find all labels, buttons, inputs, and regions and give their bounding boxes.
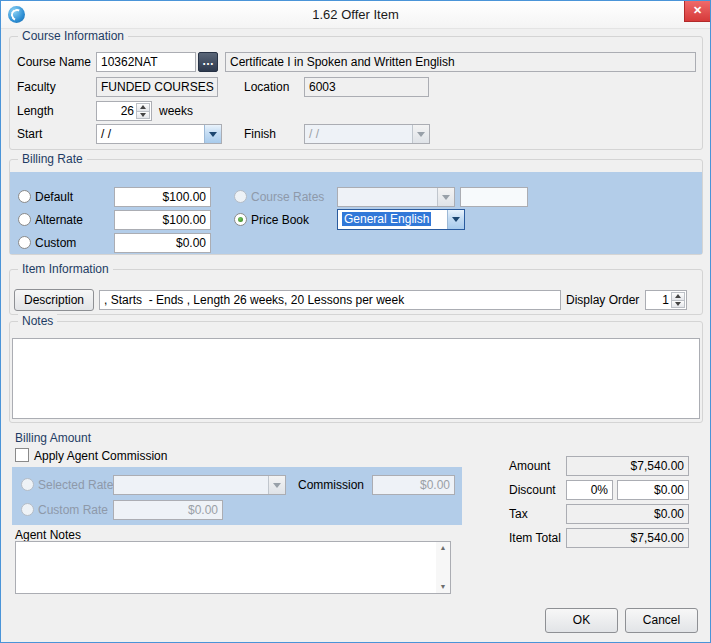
alternate-rate-label: Alternate <box>35 213 83 227</box>
item-information-legend: Item Information <box>18 262 113 276</box>
custom-rate-field[interactable]: $0.00 <box>114 233 211 253</box>
course-information-legend: Course Information <box>18 29 128 43</box>
selected-rate-dropdown <box>113 475 286 495</box>
scroll-down-icon[interactable]: ▼ <box>440 583 447 591</box>
dropdown-arrow-icon <box>204 125 221 143</box>
default-rate-label: Default <box>35 190 73 204</box>
alternate-rate-radio[interactable] <box>18 213 31 226</box>
faculty-field: FUNDED COURSES <box>96 77 218 97</box>
cancel-button[interactable]: Cancel <box>625 608 698 633</box>
dropdown-arrow-icon <box>447 210 464 229</box>
dropdown-arrow-icon <box>268 476 285 494</box>
notes-legend: Notes <box>18 314 57 328</box>
length-spin-buttons <box>136 103 150 119</box>
tax-field: $0.00 <box>566 504 689 524</box>
commission-label: Commission <box>298 478 364 492</box>
price-book-radio[interactable] <box>234 213 247 226</box>
dropdown-arrow-icon <box>437 188 454 206</box>
course-browse-button[interactable]: … <box>198 52 218 72</box>
price-book-label: Price Book <box>251 213 309 227</box>
spin-down-icon[interactable] <box>136 111 150 120</box>
length-label: Length <box>17 104 54 118</box>
commission-field: $0.00 <box>372 475 455 495</box>
default-rate-field[interactable]: $100.00 <box>114 187 211 207</box>
finish-date-dropdown: / / <box>304 124 430 144</box>
amount-field: $7,540.00 <box>566 456 689 476</box>
offer-item-dialog: 1.62 Offer Item ✕ Course Information Cou… <box>0 0 711 643</box>
start-date-value: / / <box>101 127 111 141</box>
agent-custom-rate-radio <box>21 503 34 516</box>
discount-label: Discount <box>509 483 556 497</box>
app-logo-icon <box>8 6 25 23</box>
length-value: 26 <box>121 104 134 119</box>
billing-rate-legend: Billing Rate <box>18 152 87 166</box>
finish-date-value: / / <box>309 127 319 141</box>
location-field: 6003 <box>304 77 429 97</box>
agent-notes-textarea[interactable]: ▲ ▼ <box>15 541 451 594</box>
finish-label: Finish <box>244 127 276 141</box>
alternate-rate-field[interactable]: $100.00 <box>114 210 211 230</box>
selected-rate-radio <box>21 478 34 491</box>
location-label: Location <box>244 80 289 94</box>
agent-custom-rate-label: Custom Rate <box>38 503 108 517</box>
discount-percent-input[interactable] <box>566 480 613 500</box>
agent-notes-scrollbar: ▲ ▼ <box>436 542 450 593</box>
tax-label: Tax <box>509 507 528 521</box>
apply-agent-commission-label: Apply Agent Commission <box>34 449 167 463</box>
selected-rate-label: Selected Rate <box>38 478 113 492</box>
course-name-label: Course Name <box>17 55 91 69</box>
length-stepper[interactable]: 26 <box>96 101 152 121</box>
amount-label: Amount <box>509 459 550 473</box>
description-button[interactable]: Description <box>14 289 94 311</box>
course-title-field: Certificate I in Spoken and Written Engl… <box>225 52 696 72</box>
notes-textarea[interactable] <box>12 338 700 419</box>
custom-rate-label: Custom <box>35 236 76 250</box>
display-order-value: 1 <box>662 293 669 308</box>
course-name-input[interactable] <box>96 52 196 72</box>
ellipsis-icon: … <box>202 54 214 68</box>
agent-notes-input[interactable] <box>16 542 435 593</box>
course-rates-amount-field <box>460 187 528 207</box>
price-book-value: General English <box>342 212 431 226</box>
start-date-dropdown[interactable]: / / <box>96 124 222 144</box>
course-rates-label: Course Rates <box>251 190 324 204</box>
weeks-label: weeks <box>159 104 193 118</box>
display-order-stepper[interactable]: 1 <box>645 290 687 310</box>
faculty-label: Faculty <box>17 80 56 94</box>
window-title: 1.62 Offer Item <box>1 1 710 28</box>
ok-button[interactable]: OK <box>545 608 618 633</box>
agent-notes-label: Agent Notes <box>15 528 81 542</box>
apply-agent-commission-checkbox[interactable] <box>15 448 29 462</box>
course-rates-dropdown <box>337 187 455 207</box>
scroll-up-icon[interactable]: ▲ <box>440 544 447 552</box>
dropdown-arrow-icon <box>412 125 429 143</box>
title-bar[interactable]: 1.62 Offer Item <box>1 1 710 29</box>
display-order-spin-buttons <box>671 292 685 308</box>
discount-amount-input[interactable] <box>617 480 689 500</box>
agent-custom-rate-field: $0.00 <box>113 500 223 520</box>
start-label: Start <box>17 127 42 141</box>
spin-down-icon[interactable] <box>671 300 685 309</box>
default-rate-radio[interactable] <box>18 190 31 203</box>
item-total-field: $7,540.00 <box>566 528 689 548</box>
item-total-label: Item Total <box>509 531 561 545</box>
billing-amount-legend: Billing Amount <box>15 431 91 445</box>
price-book-dropdown[interactable]: General English <box>337 209 465 230</box>
custom-rate-radio[interactable] <box>18 236 31 249</box>
close-icon: ✕ <box>693 4 702 16</box>
close-button[interactable]: ✕ <box>684 1 710 22</box>
course-rates-radio <box>234 190 247 203</box>
description-input[interactable] <box>99 290 561 310</box>
display-order-label: Display Order <box>566 293 639 307</box>
